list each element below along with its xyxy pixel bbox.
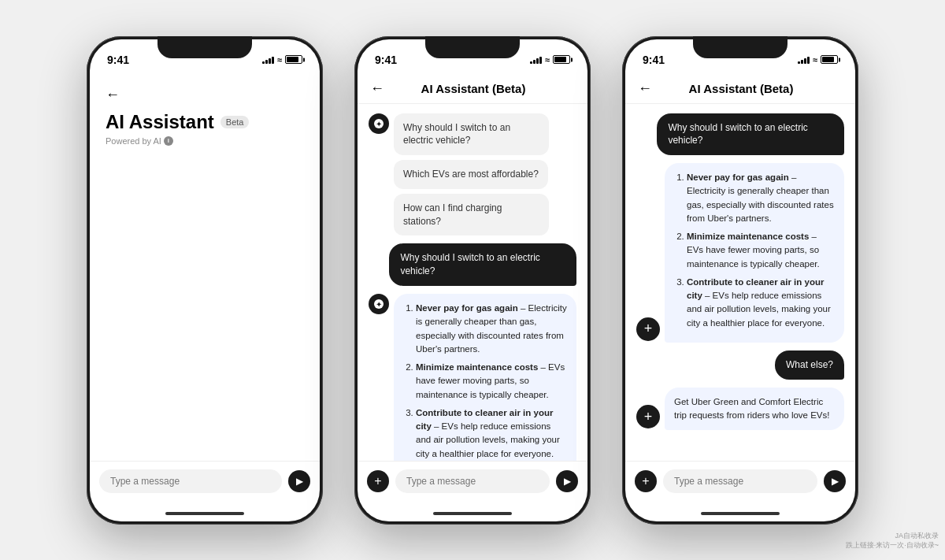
input-area-3: + ▶ xyxy=(625,461,855,506)
input-area-2: + ▶ xyxy=(358,461,587,506)
plus-button-2[interactable]: + xyxy=(367,470,389,492)
home-bar-3 xyxy=(701,512,780,515)
ai-item-2-2: Minimize maintenance costs – EVs have fe… xyxy=(416,361,567,402)
user-message-3: Why should I switch to an electric vehic… xyxy=(657,113,844,156)
battery-icon-1 xyxy=(285,55,302,64)
ai-item-3-1: Never pay for gas again – Electricity is… xyxy=(687,171,835,225)
suggestion-chip-3[interactable]: How can I find charging stations? xyxy=(394,194,549,236)
back-button-3[interactable]: ← xyxy=(638,80,652,97)
message-input-2[interactable] xyxy=(395,469,550,493)
signal-bar-3-4 xyxy=(807,57,810,64)
user-followup-3: What else? xyxy=(775,350,844,380)
signal-bar-4 xyxy=(272,57,274,64)
watermark: JA自动私收录 跌上链接·来访一次·自动收录~ xyxy=(846,531,939,551)
ai-message-2: Never pay for gas again – Electricity is… xyxy=(394,294,576,460)
bot-suggestion-row: ✦ Why should I switch to an electric veh… xyxy=(369,113,576,236)
ai-followup-3: Get Uber Green and Comfort Electric trip… xyxy=(665,388,844,431)
home-bar-1 xyxy=(165,512,244,515)
phone-notch-2 xyxy=(425,36,520,58)
suggestion-chip-1[interactable]: Why should I switch to an electric vehic… xyxy=(394,113,549,156)
signal-bar-2-1 xyxy=(530,61,532,64)
message-input-1[interactable] xyxy=(99,469,282,493)
battery-icon-2 xyxy=(553,55,570,64)
home-indicator-1 xyxy=(90,506,320,521)
status-time-1: 9:41 xyxy=(107,54,129,66)
back-button-2[interactable]: ← xyxy=(370,80,384,97)
back-button-1[interactable]: ← xyxy=(106,87,304,103)
chat-area-3: Why should I switch to an electric vehic… xyxy=(625,104,855,461)
phones-container: 9:41 ≈ ← AI Assistant xyxy=(0,0,945,560)
plus-button-3[interactable]: + xyxy=(636,317,660,341)
ai-item-3-2: Minimize maintenance costs – EVs have fe… xyxy=(687,230,835,271)
signal-bar-2-4 xyxy=(539,57,542,64)
home-bar-2 xyxy=(433,512,512,515)
signal-bars-1 xyxy=(262,56,274,64)
phone-notch-1 xyxy=(158,36,252,58)
plus-small-3[interactable]: + xyxy=(635,470,657,492)
app-title-1: AI Assistant xyxy=(106,111,214,133)
signal-bar-2-2 xyxy=(533,60,536,64)
phone-3: 9:41 ≈ ← AI Assistant (Beta) xyxy=(622,36,858,525)
svg-text:✦: ✦ xyxy=(376,300,382,309)
screen1-title: AI Assistant Beta xyxy=(106,111,304,133)
input-area-1: ▶ xyxy=(90,461,320,506)
signal-bar-3-3 xyxy=(804,58,806,64)
plus-button-3b[interactable]: + xyxy=(636,405,660,428)
phone-notch-3 xyxy=(693,36,788,58)
home-indicator-3 xyxy=(625,506,855,521)
suggestions-container: Why should I switch to an electric vehic… xyxy=(394,113,576,236)
app-header-3: ← AI Assistant (Beta) xyxy=(625,74,855,104)
ai-item-3-3: Contribute to cleaner air in your city –… xyxy=(687,276,835,330)
info-icon-1[interactable]: i xyxy=(164,136,173,146)
ai-followup-row-3: + Get Uber Green and Comfort Electric tr… xyxy=(636,388,844,431)
suggestion-chip-2[interactable]: Which EVs are most affordable? xyxy=(394,160,548,189)
ai-response-row-3: + Never pay for gas again – Electricity … xyxy=(636,163,844,343)
watermark-line1: JA自动私收录 xyxy=(846,531,939,541)
screen1-empty-chat xyxy=(90,152,320,461)
phone-2: 9:41 ≈ ← AI Assistant (Beta) xyxy=(354,36,591,525)
status-icons-3: ≈ xyxy=(798,55,838,65)
beta-badge-1: Beta xyxy=(220,116,250,128)
ai-message-3: Never pay for gas again – Electricity is… xyxy=(665,163,844,343)
header-title-2: AI Assistant (Beta) xyxy=(391,82,556,95)
ai-response-row-2: ✦ Never pay for gas again – Electricity … xyxy=(369,294,576,460)
send-button-1[interactable]: ▶ xyxy=(288,470,310,492)
svg-text:✦: ✦ xyxy=(376,120,382,128)
battery-icon-3 xyxy=(821,55,838,64)
chat-area-2: ✦ Why should I switch to an electric veh… xyxy=(358,104,587,461)
user-message-2: Why should I switch to an electric vehic… xyxy=(389,243,576,286)
battery-fill-1 xyxy=(287,57,298,62)
app-header-2: ← AI Assistant (Beta) xyxy=(358,74,587,104)
bot-avatar-2: ✦ xyxy=(369,113,389,134)
wifi-icon-2: ≈ xyxy=(545,55,550,65)
bot-avatar-2b: ✦ xyxy=(369,294,389,314)
signal-bar-1 xyxy=(262,61,265,64)
signal-bar-2 xyxy=(265,60,268,64)
status-time-3: 9:41 xyxy=(643,54,665,66)
battery-fill-3 xyxy=(822,57,834,62)
watermark-line2: 跌上链接·来访一次·自动收录~ xyxy=(846,540,939,551)
wifi-icon-3: ≈ xyxy=(813,55,817,65)
signal-bar-3-1 xyxy=(798,61,800,64)
signal-bar-2-3 xyxy=(536,58,539,64)
status-time-2: 9:41 xyxy=(375,54,397,66)
powered-by-1: Powered by AI i xyxy=(106,136,304,146)
signal-bar-3 xyxy=(269,58,271,64)
message-input-3[interactable] xyxy=(663,469,817,493)
signal-bars-2 xyxy=(530,56,542,64)
status-icons-2: ≈ xyxy=(530,55,570,65)
phone-1: 9:41 ≈ ← AI Assistant xyxy=(87,36,323,525)
wifi-icon: ≈ xyxy=(277,55,282,65)
send-button-2[interactable]: ▶ xyxy=(556,470,578,492)
signal-bar-3-2 xyxy=(801,60,803,64)
status-icons-1: ≈ xyxy=(262,55,302,65)
home-indicator-2 xyxy=(358,506,587,521)
screen1-header: ← AI Assistant Beta Powered by AI i xyxy=(90,74,320,152)
ai-item-2-3: Contribute to cleaner air in your city –… xyxy=(416,406,567,461)
header-title-3: AI Assistant (Beta) xyxy=(658,82,824,95)
signal-bars-3 xyxy=(798,56,810,64)
send-button-3[interactable]: ▶ xyxy=(824,470,846,492)
ai-item-2-1: Never pay for gas again – Electricity is… xyxy=(416,302,567,356)
battery-fill-2 xyxy=(554,57,566,62)
